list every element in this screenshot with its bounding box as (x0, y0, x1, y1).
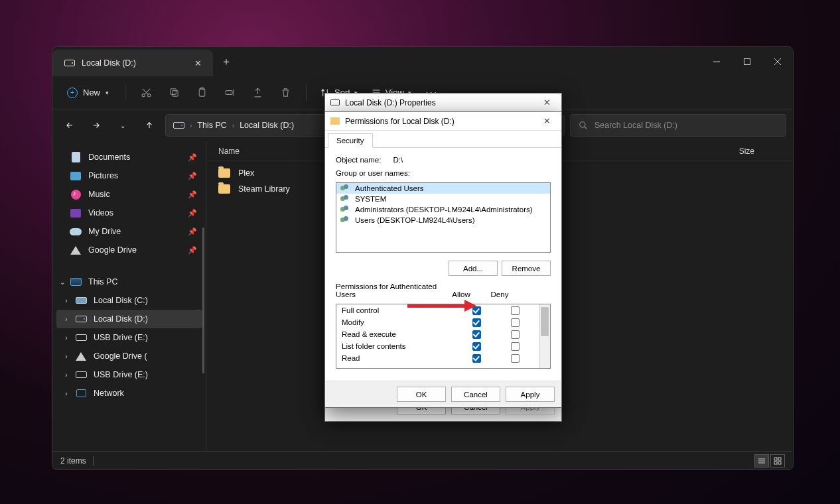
allow-checkbox[interactable] (472, 330, 481, 339)
window-tab[interactable]: Local Disk (D:) ✕ (52, 50, 213, 76)
details-view-button[interactable] (754, 454, 769, 468)
usb-icon (75, 332, 87, 343)
pin-icon: 📌 (188, 246, 197, 255)
folder-icon (330, 117, 340, 125)
status-text: 2 items (60, 456, 86, 466)
sidebar-this-pc[interactable]: ⌄ This PC (56, 273, 202, 291)
object-name-label: Object name: (336, 156, 381, 164)
maximize-button[interactable] (732, 47, 762, 76)
pin-icon: 📌 (188, 227, 197, 236)
close-button[interactable]: ✕ (537, 95, 556, 110)
close-button[interactable]: ✕ (537, 114, 556, 129)
svg-rect-6 (172, 91, 178, 97)
chevron-right-icon[interactable]: › (62, 390, 71, 397)
apply-button[interactable]: Apply (506, 387, 555, 402)
user-list[interactable]: Authenticated UsersSYSTEMAdministrators … (336, 182, 551, 253)
breadcrumb-item[interactable]: Local Disk (D:) (240, 121, 294, 130)
usb-icon (75, 369, 87, 380)
close-button[interactable] (762, 47, 793, 76)
svg-rect-10 (226, 91, 232, 95)
video-icon (70, 208, 82, 218)
deny-checkbox[interactable] (511, 330, 520, 339)
file-name: Plex (238, 168, 254, 178)
sidebar-drive-item[interactable]: ›Network (56, 384, 202, 403)
pic-icon (70, 170, 82, 181)
tab-title: Local Disk (D:) (82, 58, 136, 68)
sidebar-drive-item[interactable]: ›USB Drive (E:) (56, 328, 202, 347)
chevron-right-icon[interactable]: › (62, 297, 71, 304)
chevron-down-icon[interactable]: ⌄ (58, 279, 67, 286)
recent-button[interactable]: ⌄ (112, 115, 133, 136)
sidebar-label: Local Disk (D:) (94, 314, 148, 324)
sidebar-label: USB Drive (E:) (94, 370, 148, 379)
breadcrumb-item[interactable]: This PC (197, 121, 226, 130)
user-list-item[interactable]: Administrators (DESKTOP-LM924L4\Administ… (336, 204, 550, 215)
permission-row: Read & execute (336, 328, 550, 340)
sidebar-item[interactable]: My Drive📌 (56, 222, 202, 241)
sidebar-drive-item[interactable]: ›Local Disk (C:) (56, 291, 202, 310)
search-input[interactable] (595, 121, 778, 130)
user-list-item[interactable]: SYSTEM (336, 194, 550, 204)
user-list-item[interactable]: Users (DESKTOP-LM924L4\Users) (336, 215, 550, 225)
chevron-right-icon[interactable]: › (62, 353, 71, 360)
deny-checkbox[interactable] (511, 306, 520, 315)
deny-checkbox[interactable] (511, 318, 520, 327)
new-button[interactable]: + New ▾ (59, 84, 117, 102)
svg-rect-7 (170, 89, 176, 95)
cancel-button[interactable]: Cancel (451, 387, 500, 402)
sidebar-item[interactable]: Music📌 (56, 185, 202, 204)
allow-checkbox[interactable] (472, 318, 481, 327)
tab-strip: Security (325, 131, 561, 148)
sidebar-drive-item[interactable]: ›Google Drive ( (56, 347, 202, 365)
add-remove-row: Add... Remove (336, 261, 551, 276)
sidebar-item[interactable]: Documents📌 (56, 148, 202, 166)
chevron-right-icon[interactable]: › (62, 371, 71, 379)
allow-checkbox[interactable] (472, 354, 481, 363)
search-icon (579, 121, 588, 130)
allow-checkbox[interactable] (472, 306, 481, 315)
sidebar-label: Music (88, 190, 110, 199)
chevron-right-icon[interactable]: › (62, 334, 71, 342)
thumbnails-view-button[interactable] (770, 454, 785, 468)
permission-row: List folder contents (336, 340, 550, 352)
sidebar-label: Local Disk (C:) (94, 296, 148, 305)
sidebar-item[interactable]: Videos📌 (56, 204, 202, 222)
deny-checkbox[interactable] (511, 354, 520, 363)
sidebar-label: My Drive (88, 227, 121, 236)
pin-icon: 📌 (188, 153, 197, 162)
group-label: Group or user names: (336, 169, 551, 177)
forward-button[interactable] (86, 115, 107, 136)
column-size[interactable]: Size (739, 147, 781, 156)
up-button[interactable] (139, 115, 160, 136)
search-box[interactable] (570, 114, 786, 137)
sidebar-item[interactable]: Google Drive📌 (56, 241, 202, 259)
dialog-body: Object name: D:\ Group or user names: Au… (325, 148, 561, 381)
sidebar-drive-item[interactable]: ›USB Drive (E:) (56, 365, 202, 384)
dialog-titlebar: Local Disk (D:) Properties ✕ (325, 94, 561, 112)
sidebar-scrollbar[interactable] (202, 227, 204, 373)
permission-row: Modify (336, 316, 550, 328)
svg-rect-21 (778, 462, 781, 464)
tab-close-button[interactable]: ✕ (192, 57, 204, 69)
doc-icon (70, 152, 82, 162)
sidebar-drive-item[interactable]: ›Local Disk (D:) (56, 310, 202, 328)
chevron-right-icon[interactable]: › (62, 316, 71, 323)
scrollbar[interactable] (539, 304, 550, 368)
tab-security[interactable]: Security (328, 133, 373, 148)
svg-rect-20 (774, 462, 777, 464)
breadcrumb-separator: › (232, 122, 234, 129)
allow-checkbox[interactable] (472, 342, 481, 351)
deny-checkbox[interactable] (511, 342, 520, 351)
sidebar-label: Videos (88, 208, 113, 218)
add-button[interactable]: Add... (449, 261, 498, 276)
remove-button[interactable]: Remove (502, 261, 551, 276)
new-tab-button[interactable]: ＋ (213, 47, 240, 76)
pin-icon: 📌 (188, 172, 197, 180)
object-name-value: D:\ (393, 156, 403, 164)
user-list-item[interactable]: Authenticated Users (336, 183, 550, 194)
minimize-button[interactable] (701, 47, 732, 76)
ok-button[interactable]: OK (397, 387, 446, 402)
sidebar-label: USB Drive (E:) (94, 333, 148, 342)
back-button[interactable] (59, 115, 80, 136)
sidebar-item[interactable]: Pictures📌 (56, 166, 202, 185)
